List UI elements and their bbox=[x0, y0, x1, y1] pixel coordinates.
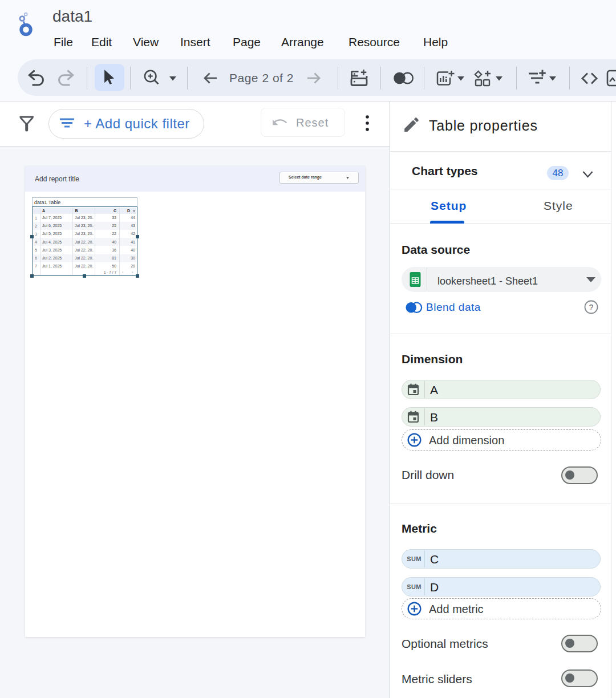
svg-text:?: ? bbox=[589, 303, 594, 312]
